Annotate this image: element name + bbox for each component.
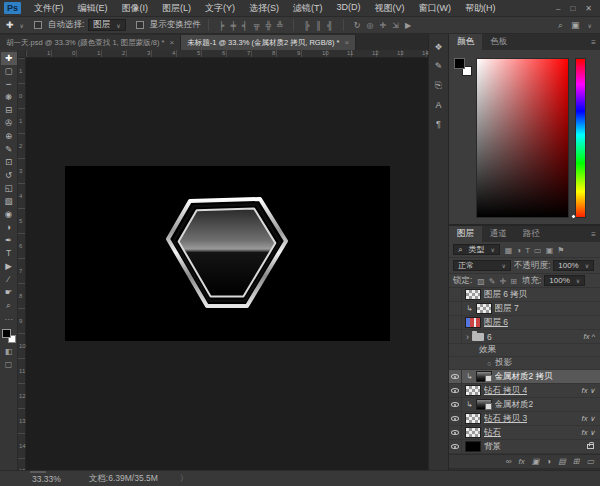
layer-thumbnail[interactable] [476,399,492,410]
3d-roll-icon[interactable]: ◎ [363,21,376,30]
effect-item-row[interactable]: ○ 投影 [449,357,600,370]
fill-dropdown[interactable]: 100% ∨ [544,275,585,286]
fx-badge[interactable]: fx ∨ [582,386,595,395]
layer-name[interactable]: 钻石 拷贝 3 [484,413,527,425]
zoom-level[interactable]: 33.33% [32,474,61,484]
character-panel-icon[interactable]: A [435,100,441,110]
layer-row[interactable]: 钻石 拷贝 3 fx ∨ [449,412,600,426]
show-transform-checkbox[interactable] [136,21,144,29]
visibility-toggle[interactable] [449,302,462,315]
close-button[interactable]: ✕ [585,4,592,13]
lock-position-icon[interactable]: ✛ [498,277,509,286]
line-tool[interactable]: ∕ [1,273,17,286]
blur-tool[interactable]: ◉ [1,208,17,221]
distribute-center-icon[interactable]: ║ [312,21,324,30]
screen-mode-icon[interactable]: ▢ [5,360,13,369]
auto-select-dropdown[interactable]: 图层 ∨ [88,19,125,31]
hand-tool[interactable]: ☛ [1,286,17,299]
tab-layers[interactable]: 图层 [449,226,482,242]
3d-rotate-icon[interactable]: ↻ [351,21,364,30]
layer-thumbnail[interactable] [476,371,492,382]
distribute-left-icon[interactable]: ╠ [301,21,313,30]
layer-thumbnail[interactable] [465,289,481,300]
layer-name[interactable]: 金属材质2 [495,399,534,411]
menu-image[interactable]: 图像(I) [115,2,156,15]
lasso-tool[interactable]: ∽ [1,78,17,91]
3d-scale-icon[interactable]: ▶ [402,21,414,30]
healing-brush-tool[interactable]: ⊕ [1,130,17,143]
group-name[interactable]: 6 [487,332,492,342]
menu-window[interactable]: 窗口(W) [412,2,459,15]
layer-style-icon[interactable]: fx [519,457,525,466]
visibility-toggle[interactable] [449,370,462,383]
menu-3d[interactable]: 3D(D) [330,2,368,15]
filter-pixel-layers-icon[interactable]: ▦ [503,246,515,255]
adjustment-layer-icon[interactable]: ◑ [546,457,551,466]
background-layer-row[interactable]: 背景 [449,440,600,454]
visibility-toggle[interactable] [449,330,462,343]
workspace-caret-icon[interactable]: ∨ [588,22,592,29]
new-layer-icon[interactable]: ⊞ [573,457,580,466]
move-tool[interactable]: ✚ [1,52,17,65]
lock-transparency-icon[interactable]: ▨ [475,277,487,286]
align-bottom-edges-icon[interactable]: ╩ [274,21,286,30]
brush-panel-icon[interactable]: ✎ [435,61,443,71]
menu-file[interactable]: 文件(F) [27,2,71,15]
blend-mode-dropdown[interactable]: 正常 ∨ [453,260,511,271]
hue-slider-marker[interactable] [571,214,576,219]
document-tab-inactive[interactable]: 胡一天.psd @ 33.3% (颜色查找 1, 图层蒙版/8) * × [0,35,181,50]
foreground-color-swatch[interactable] [454,58,465,69]
layer-row-selected[interactable]: ↳ 金属材质2 拷贝 [449,370,600,384]
layer-row[interactable]: 钻石 fx ∨ [449,426,600,440]
distribute-right-icon[interactable]: ╣ [324,21,336,30]
history-brush-tool[interactable]: ↺ [1,169,17,182]
close-tab-icon[interactable]: × [169,38,174,47]
layer-name[interactable]: 钻石 [484,427,501,439]
visibility-toggle[interactable] [449,384,462,397]
move-tool-icon[interactable]: ✚ [4,20,16,30]
eyedropper-tool[interactable]: ✇ [1,117,17,130]
fx-badge[interactable]: fx ∨ [582,414,595,423]
menu-view[interactable]: 视图(V) [368,2,412,15]
document[interactable] [65,166,390,341]
layer-row[interactable]: ↳ 图层 7 [449,302,600,316]
align-right-edges-icon[interactable]: ╡ [239,21,251,30]
type-tool[interactable]: T [1,247,17,260]
align-vertical-centers-icon[interactable]: ╬ [262,21,274,30]
layer-name[interactable]: 钻石 拷贝 4 [484,385,527,397]
link-layers-icon[interactable]: ∞ [506,457,512,466]
menu-layer[interactable]: 图层(L) [155,2,198,15]
tab-color[interactable]: 颜色 [449,34,482,50]
visibility-toggle[interactable] [449,426,462,439]
layer-thumbnail[interactable] [465,317,481,328]
dodge-tool[interactable]: ◑ [1,221,17,234]
crop-tool[interactable]: ⊟ [1,104,17,117]
menu-edit[interactable]: 编辑(E) [71,2,115,15]
color-panel-swatches[interactable] [454,58,472,76]
foreground-color-swatch[interactable] [2,329,11,338]
paragraph-panel-icon[interactable]: ¶ [436,119,441,129]
delete-layer-icon[interactable]: ▭ [586,457,594,466]
filter-adjustment-layers-icon[interactable]: ◑ [514,246,523,255]
brush-tool[interactable]: ✎ [1,143,17,156]
layer-row[interactable]: 图层 6 拷贝 [449,288,600,302]
align-left-edges-icon[interactable]: ╞ [216,21,228,30]
fx-badge[interactable]: fx ^ [584,332,595,341]
layer-thumbnail[interactable] [465,441,481,452]
layer-name[interactable]: 金属材质2 拷贝 [495,371,553,383]
3d-slide-icon[interactable]: ⇲ [389,21,402,30]
align-top-edges-icon[interactable]: ╦ [251,21,263,30]
eraser-tool[interactable]: ◱ [1,182,17,195]
lock-image-icon[interactable]: ✎ [487,277,498,286]
layer-row[interactable]: ↳ 金属材质2 [449,398,600,412]
close-tab-icon[interactable]: × [344,38,349,47]
visibility-toggle[interactable] [449,288,462,301]
opacity-dropdown[interactable]: 100% ∨ [553,260,594,271]
group-expand-caret-icon[interactable]: › [466,332,469,342]
visibility-toggle[interactable] [449,440,462,453]
layer-row[interactable]: 图层 6 [449,316,600,330]
panel-menu-icon[interactable]: ≡ [591,38,596,47]
clone-stamp-tool[interactable]: ⊡ [1,156,17,169]
color-swatches[interactable] [2,329,16,343]
layer-group-icon[interactable]: ▤ [558,457,566,466]
